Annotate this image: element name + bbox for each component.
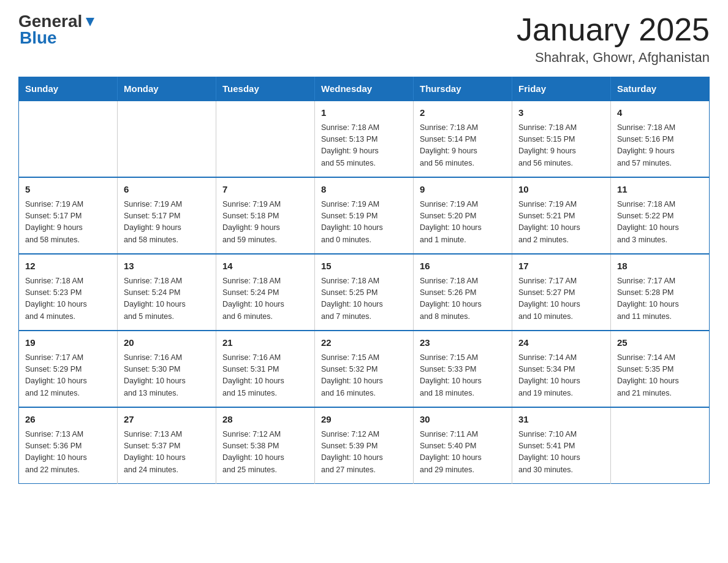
day-info-19: Sunrise: 7:17 AM Sunset: 5:29 PM Dayligh…	[25, 352, 111, 400]
day-info-4: Sunrise: 7:18 AM Sunset: 5:16 PM Dayligh…	[617, 122, 703, 170]
week-row-3: 12Sunrise: 7:18 AM Sunset: 5:23 PM Dayli…	[19, 254, 710, 331]
day-info-18: Sunrise: 7:17 AM Sunset: 5:28 PM Dayligh…	[617, 275, 703, 323]
day-info-8: Sunrise: 7:19 AM Sunset: 5:19 PM Dayligh…	[321, 199, 407, 247]
day-info-13: Sunrise: 7:18 AM Sunset: 5:24 PM Dayligh…	[124, 275, 210, 323]
day-number-4: 4	[617, 106, 703, 120]
col-header-friday: Friday	[512, 77, 611, 101]
day-cell-6: 6Sunrise: 7:19 AM Sunset: 5:17 PM Daylig…	[118, 177, 216, 254]
day-info-7: Sunrise: 7:19 AM Sunset: 5:18 PM Dayligh…	[222, 199, 308, 247]
day-cell-13: 13Sunrise: 7:18 AM Sunset: 5:24 PM Dayli…	[118, 254, 216, 331]
week-row-2: 5Sunrise: 7:19 AM Sunset: 5:17 PM Daylig…	[19, 177, 710, 254]
page-header: General Blue January 2025 Shahrak, Ghowr…	[18, 12, 710, 66]
week-row-4: 19Sunrise: 7:17 AM Sunset: 5:29 PM Dayli…	[19, 331, 710, 407]
day-number-27: 27	[124, 413, 210, 427]
day-number-30: 30	[420, 413, 506, 427]
day-cell-4: 4Sunrise: 7:18 AM Sunset: 5:16 PM Daylig…	[611, 101, 710, 177]
week-row-5: 26Sunrise: 7:13 AM Sunset: 5:36 PM Dayli…	[19, 407, 710, 484]
day-info-9: Sunrise: 7:19 AM Sunset: 5:20 PM Dayligh…	[420, 199, 506, 247]
day-info-17: Sunrise: 7:17 AM Sunset: 5:27 PM Dayligh…	[518, 275, 604, 323]
day-info-21: Sunrise: 7:16 AM Sunset: 5:31 PM Dayligh…	[222, 352, 308, 400]
day-number-12: 12	[25, 259, 111, 274]
day-number-16: 16	[420, 259, 506, 274]
day-number-24: 24	[518, 336, 604, 350]
day-info-22: Sunrise: 7:15 AM Sunset: 5:32 PM Dayligh…	[321, 352, 407, 400]
day-cell-8: 8Sunrise: 7:19 AM Sunset: 5:19 PM Daylig…	[315, 177, 414, 254]
day-cell-29: 29Sunrise: 7:12 AM Sunset: 5:39 PM Dayli…	[315, 407, 414, 484]
day-info-6: Sunrise: 7:19 AM Sunset: 5:17 PM Dayligh…	[124, 199, 210, 247]
day-info-1: Sunrise: 7:18 AM Sunset: 5:13 PM Dayligh…	[321, 122, 407, 170]
day-number-8: 8	[321, 183, 407, 197]
day-cell-14: 14Sunrise: 7:18 AM Sunset: 5:24 PM Dayli…	[216, 254, 315, 331]
calendar-subtitle: Shahrak, Ghowr, Afghanistan	[517, 50, 710, 66]
day-number-18: 18	[617, 259, 703, 274]
col-header-sunday: Sunday	[19, 77, 118, 101]
day-info-2: Sunrise: 7:18 AM Sunset: 5:14 PM Dayligh…	[420, 122, 506, 170]
logo: General Blue	[18, 12, 97, 48]
title-block: January 2025 Shahrak, Ghowr, Afghanistan	[517, 12, 710, 66]
day-number-20: 20	[124, 336, 210, 350]
day-cell-27: 27Sunrise: 7:13 AM Sunset: 5:37 PM Dayli…	[118, 407, 216, 484]
col-header-monday: Monday	[118, 77, 216, 101]
week-row-1: 1Sunrise: 7:18 AM Sunset: 5:13 PM Daylig…	[19, 101, 710, 177]
day-number-26: 26	[25, 413, 111, 427]
day-cell-21: 21Sunrise: 7:16 AM Sunset: 5:31 PM Dayli…	[216, 331, 315, 407]
day-info-30: Sunrise: 7:11 AM Sunset: 5:40 PM Dayligh…	[420, 429, 506, 477]
day-cell-26: 26Sunrise: 7:13 AM Sunset: 5:36 PM Dayli…	[19, 407, 118, 484]
day-info-31: Sunrise: 7:10 AM Sunset: 5:41 PM Dayligh…	[518, 429, 604, 477]
empty-cell	[611, 407, 710, 484]
day-cell-24: 24Sunrise: 7:14 AM Sunset: 5:34 PM Dayli…	[512, 331, 611, 407]
day-number-10: 10	[518, 183, 604, 197]
col-header-saturday: Saturday	[611, 77, 710, 101]
day-info-3: Sunrise: 7:18 AM Sunset: 5:15 PM Dayligh…	[518, 122, 604, 170]
day-cell-5: 5Sunrise: 7:19 AM Sunset: 5:17 PM Daylig…	[19, 177, 118, 254]
day-number-23: 23	[420, 336, 506, 350]
day-cell-22: 22Sunrise: 7:15 AM Sunset: 5:32 PM Dayli…	[315, 331, 414, 407]
empty-cell	[216, 101, 315, 177]
day-info-29: Sunrise: 7:12 AM Sunset: 5:39 PM Dayligh…	[321, 429, 407, 477]
day-info-28: Sunrise: 7:12 AM Sunset: 5:38 PM Dayligh…	[222, 429, 308, 477]
day-number-5: 5	[25, 183, 111, 197]
day-cell-3: 3Sunrise: 7:18 AM Sunset: 5:15 PM Daylig…	[512, 101, 611, 177]
day-number-2: 2	[420, 106, 506, 120]
day-info-10: Sunrise: 7:19 AM Sunset: 5:21 PM Dayligh…	[518, 199, 604, 247]
day-info-23: Sunrise: 7:15 AM Sunset: 5:33 PM Dayligh…	[420, 352, 506, 400]
calendar-title: January 2025	[517, 12, 710, 47]
day-number-9: 9	[420, 183, 506, 197]
empty-cell	[19, 101, 118, 177]
col-header-thursday: Thursday	[414, 77, 512, 101]
empty-cell	[118, 101, 216, 177]
day-cell-12: 12Sunrise: 7:18 AM Sunset: 5:23 PM Dayli…	[19, 254, 118, 331]
day-cell-2: 2Sunrise: 7:18 AM Sunset: 5:14 PM Daylig…	[414, 101, 512, 177]
day-number-3: 3	[518, 106, 604, 120]
day-cell-10: 10Sunrise: 7:19 AM Sunset: 5:21 PM Dayli…	[512, 177, 611, 254]
svg-marker-0	[86, 18, 94, 26]
day-number-14: 14	[222, 259, 308, 274]
day-cell-23: 23Sunrise: 7:15 AM Sunset: 5:33 PM Dayli…	[414, 331, 512, 407]
day-cell-31: 31Sunrise: 7:10 AM Sunset: 5:41 PM Dayli…	[512, 407, 611, 484]
logo-triangle-icon	[83, 15, 97, 29]
day-number-25: 25	[617, 336, 703, 350]
day-number-6: 6	[124, 183, 210, 197]
day-number-28: 28	[222, 413, 308, 427]
day-cell-19: 19Sunrise: 7:17 AM Sunset: 5:29 PM Dayli…	[19, 331, 118, 407]
day-info-25: Sunrise: 7:14 AM Sunset: 5:35 PM Dayligh…	[617, 352, 703, 400]
day-number-17: 17	[518, 259, 604, 274]
day-cell-15: 15Sunrise: 7:18 AM Sunset: 5:25 PM Dayli…	[315, 254, 414, 331]
day-info-27: Sunrise: 7:13 AM Sunset: 5:37 PM Dayligh…	[124, 429, 210, 477]
day-number-7: 7	[222, 183, 308, 197]
logo-blue-text: Blue	[20, 29, 97, 48]
day-cell-1: 1Sunrise: 7:18 AM Sunset: 5:13 PM Daylig…	[315, 101, 414, 177]
day-cell-20: 20Sunrise: 7:16 AM Sunset: 5:30 PM Dayli…	[118, 331, 216, 407]
day-number-31: 31	[518, 413, 604, 427]
day-info-24: Sunrise: 7:14 AM Sunset: 5:34 PM Dayligh…	[518, 352, 604, 400]
day-number-13: 13	[124, 259, 210, 274]
day-number-11: 11	[617, 183, 703, 197]
col-header-tuesday: Tuesday	[216, 77, 315, 101]
day-cell-11: 11Sunrise: 7:18 AM Sunset: 5:22 PM Dayli…	[611, 177, 710, 254]
day-number-19: 19	[25, 336, 111, 350]
header-row: SundayMondayTuesdayWednesdayThursdayFrid…	[19, 77, 710, 101]
col-header-wednesday: Wednesday	[315, 77, 414, 101]
day-info-20: Sunrise: 7:16 AM Sunset: 5:30 PM Dayligh…	[124, 352, 210, 400]
day-cell-28: 28Sunrise: 7:12 AM Sunset: 5:38 PM Dayli…	[216, 407, 315, 484]
day-number-1: 1	[321, 106, 407, 120]
